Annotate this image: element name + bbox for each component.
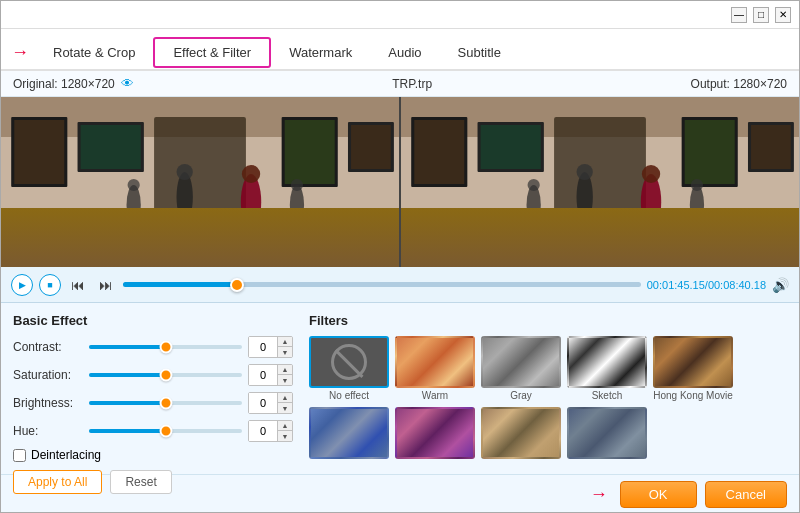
saturation-row: Saturation: ▲ ▼ xyxy=(13,364,293,386)
brightness-slider[interactable] xyxy=(89,401,242,405)
filter-label-no-effect: No effect xyxy=(329,390,369,401)
ok-button[interactable]: OK xyxy=(620,481,697,508)
filter-item-hk[interactable]: Hong Kong Movie xyxy=(653,336,733,401)
contrast-value[interactable] xyxy=(249,337,277,357)
tab-audio[interactable]: Audio xyxy=(370,39,439,66)
svg-point-37 xyxy=(577,164,593,180)
saturation-value[interactable] xyxy=(249,365,277,385)
hue-down[interactable]: ▼ xyxy=(278,431,292,441)
next-button[interactable]: ⏭ xyxy=(95,274,117,296)
svg-rect-33 xyxy=(685,120,735,184)
video-preview-left xyxy=(1,97,399,267)
contrast-arrows: ▲ ▼ xyxy=(277,337,292,357)
cancel-button[interactable]: Cancel xyxy=(705,481,787,508)
filters-panel: Filters No effect Warm Gra xyxy=(309,313,787,464)
hue-label: Hue: xyxy=(13,424,83,438)
filter-label-sketch: Sketch xyxy=(592,390,623,401)
tab-rotate-crop[interactable]: Rotate & Crop xyxy=(35,39,153,66)
title-bar: — □ ✕ xyxy=(1,1,799,29)
brightness-label: Brightness: xyxy=(13,396,83,410)
stop-button[interactable]: ■ xyxy=(39,274,61,296)
hue-slider[interactable] xyxy=(89,429,242,433)
contrast-slider[interactable] xyxy=(89,345,242,349)
contrast-up[interactable]: ▲ xyxy=(278,337,292,347)
hue-value-group: ▲ ▼ xyxy=(248,420,293,442)
svg-point-43 xyxy=(691,179,703,191)
time-display: 00:01:45.15/00:08:40.18 xyxy=(647,279,766,291)
filter-item-no-effect[interactable]: No effect xyxy=(309,336,389,401)
hue-row: Hue: ▲ ▼ xyxy=(13,420,293,442)
filter-item-row2d[interactable] xyxy=(567,407,647,461)
filter-label-gray: Gray xyxy=(510,390,532,401)
filters-grid: No effect Warm Gray Sketch xyxy=(309,336,733,461)
saturation-up[interactable]: ▲ xyxy=(278,365,292,375)
filter-label-hk: Hong Kong Movie xyxy=(653,390,733,401)
deinterlacing-label: Deinterlacing xyxy=(31,448,101,462)
hue-thumb[interactable] xyxy=(159,425,172,438)
tab-watermark[interactable]: Watermark xyxy=(271,39,370,66)
saturation-arrows: ▲ ▼ xyxy=(277,365,292,385)
maximize-button[interactable]: □ xyxy=(753,7,769,23)
filter-thumb-gray xyxy=(481,336,561,388)
contrast-label: Contrast: xyxy=(13,340,83,354)
progress-thumb[interactable] xyxy=(230,278,244,292)
brightness-fill xyxy=(89,401,166,405)
video-panel-right xyxy=(401,97,799,267)
tab-subtitle[interactable]: Subtitle xyxy=(440,39,519,66)
brightness-value-group: ▲ ▼ xyxy=(248,392,293,414)
filters-title: Filters xyxy=(309,313,787,328)
tab-bar: → Rotate & Crop Effect & Filter Watermar… xyxy=(1,29,799,71)
svg-marker-4 xyxy=(1,227,399,267)
filter-item-row2b[interactable] xyxy=(395,407,475,461)
saturation-slider[interactable] xyxy=(89,373,242,377)
reset-button[interactable]: Reset xyxy=(110,470,171,494)
svg-marker-25 xyxy=(401,227,799,267)
close-button[interactable]: ✕ xyxy=(775,7,791,23)
ok-arrow-indicator: → xyxy=(590,484,608,505)
filename: TRP.trp xyxy=(134,77,691,91)
filter-item-gray[interactable]: Gray xyxy=(481,336,561,401)
contrast-row: Contrast: ▲ ▼ xyxy=(13,336,293,358)
filter-thumb-row2c xyxy=(481,407,561,459)
svg-point-20 xyxy=(128,179,140,191)
saturation-down[interactable]: ▼ xyxy=(278,375,292,385)
filter-thumb-row2d xyxy=(567,407,647,459)
svg-point-39 xyxy=(642,165,660,183)
prev-button[interactable]: ⏮ xyxy=(67,274,89,296)
eye-icon[interactable]: 👁 xyxy=(121,76,134,91)
filter-thumb-warm xyxy=(395,336,475,388)
filter-item-sketch[interactable]: Sketch xyxy=(567,336,647,401)
deinterlacing-checkbox[interactable] xyxy=(13,449,26,462)
volume-icon[interactable]: 🔊 xyxy=(772,277,789,293)
brightness-down[interactable]: ▼ xyxy=(278,403,292,413)
minimize-button[interactable]: — xyxy=(731,7,747,23)
info-bar: Original: 1280×720 👁 TRP.trp Output: 128… xyxy=(1,71,799,97)
filter-item-row2c[interactable] xyxy=(481,407,561,461)
apply-all-button[interactable]: Apply to All xyxy=(13,470,102,494)
svg-rect-10 xyxy=(81,125,141,169)
filter-item-warm[interactable]: Warm xyxy=(395,336,475,401)
brightness-value[interactable] xyxy=(249,393,277,413)
svg-marker-24 xyxy=(401,227,799,267)
preview-area xyxy=(1,97,799,267)
progress-fill xyxy=(123,282,237,287)
contrast-thumb[interactable] xyxy=(159,341,172,354)
progress-track[interactable] xyxy=(123,282,641,287)
filter-item-row2a[interactable] xyxy=(309,407,389,461)
brightness-row: Brightness: ▲ ▼ xyxy=(13,392,293,414)
hue-up[interactable]: ▲ xyxy=(278,421,292,431)
output-resolution: Output: 1280×720 xyxy=(691,77,787,91)
svg-marker-3 xyxy=(1,227,399,267)
tab-effect-filter[interactable]: Effect & Filter xyxy=(153,37,271,68)
filter-label-warm: Warm xyxy=(422,390,448,401)
play-button[interactable]: ▶ xyxy=(11,274,33,296)
contrast-fill xyxy=(89,345,166,349)
brightness-up[interactable]: ▲ xyxy=(278,393,292,403)
filter-thumb-row2b xyxy=(395,407,475,459)
saturation-thumb[interactable] xyxy=(159,369,172,382)
filter-thumb-row2a xyxy=(309,407,389,459)
filter-thumb-sketch xyxy=(567,336,647,388)
contrast-down[interactable]: ▼ xyxy=(278,347,292,357)
hue-value[interactable] xyxy=(249,421,277,441)
brightness-thumb[interactable] xyxy=(159,397,172,410)
